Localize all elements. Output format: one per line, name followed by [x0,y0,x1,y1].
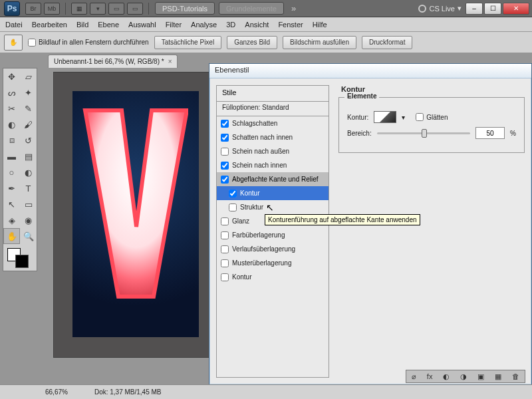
style-checkbox[interactable] [229,203,237,211]
3d-tool[interactable]: ◈ [3,212,20,228]
menu-bearbeiten[interactable]: Bearbeiten [32,21,67,29]
blending-options-row[interactable]: Fülloptionen: Standard [217,102,329,116]
panel-dock[interactable]: ⌀ fx ◐ ◑ ▣ ▦ 🗑 [406,370,525,383]
brush-tool[interactable]: 🖌 [20,116,37,132]
workspace-more-icon[interactable]: » [291,3,296,13]
style-row-3[interactable]: Schein nach innen [217,158,329,172]
style-checkbox[interactable] [221,134,229,142]
type-tool[interactable]: T [20,180,37,196]
blur-tool[interactable]: ○ [3,164,20,180]
menu-filter[interactable]: Filter [166,21,182,29]
style-row-5[interactable]: Kontur [217,186,329,200]
fill-screen-button[interactable]: Bildschirm ausfüllen [283,36,356,49]
path-tool[interactable]: ↖ [3,196,20,212]
zoom-readout[interactable]: 66,67% [45,388,68,396]
styles-header[interactable]: Stile [217,86,329,102]
style-checkbox[interactable] [221,231,229,239]
new-layer-icon[interactable]: ▦ [495,372,501,381]
zoom-dropdown[interactable]: ▾ [90,3,106,15]
window-maximize[interactable]: ☐ [484,3,501,15]
menu-auswahl[interactable]: Auswahl [128,21,156,29]
mask-icon[interactable]: ◐ [443,372,450,381]
style-checkbox[interactable] [221,148,229,156]
pen-tool[interactable]: ✒ [3,180,20,196]
wand-tool[interactable]: ✦ [20,84,37,100]
style-checkbox[interactable] [221,217,229,225]
close-tab-icon[interactable]: × [168,58,172,65]
style-row-2[interactable]: Schein nach außen [217,144,329,158]
workspace-grundelemente[interactable]: Grundelemente [219,2,284,15]
actual-pixels-button[interactable]: Tatsächliche Pixel [154,36,221,49]
style-row-11[interactable]: Kontur [217,270,329,284]
contour-picker[interactable] [374,111,396,123]
link-icon[interactable]: ⌀ [412,372,416,381]
fit-screen-button[interactable]: Ganzes Bild [227,36,277,49]
print-size-button[interactable]: Druckformat [362,36,412,49]
style-checkbox[interactable] [221,120,229,128]
style-row-10[interactable]: Musterüberlagerung [217,256,329,270]
hand-tool-icon[interactable]: ✋ [4,35,23,51]
crop-tool[interactable]: ✂ [3,100,20,116]
style-label: Verlaufsüberlagerung [232,245,295,253]
style-checkbox[interactable] [221,176,229,184]
menu-ansicht[interactable]: Ansicht [245,21,269,29]
arrange-icon[interactable]: ▭ [108,3,124,15]
style-checkbox[interactable] [221,259,229,267]
style-row-4[interactable]: Abgeflachte Kante und Relief [217,172,329,186]
style-checkbox[interactable] [229,190,237,198]
menu-datei[interactable]: Datei [5,21,23,29]
zoom-tool[interactable]: 🔍 [20,228,37,244]
style-row-8[interactable]: Farbüberlagerung [217,228,329,242]
style-checkbox[interactable] [221,273,229,281]
stamp-tool[interactable]: ⧈ [3,132,20,148]
marquee-tool[interactable]: ▱ [20,68,37,84]
minibridge-button[interactable]: Mb [44,3,60,15]
adjustment-icon[interactable]: ◑ [460,372,467,381]
app-icon[interactable]: Ps [4,1,20,16]
menu-analyse[interactable]: Analyse [191,21,217,29]
style-checkbox[interactable] [221,162,229,170]
contour-dropdown-icon[interactable]: ▾ [402,114,405,121]
trash-icon[interactable]: 🗑 [512,372,519,380]
style-row-6[interactable]: Struktur [217,200,329,214]
style-row-1[interactable]: Schatten nach innen [217,130,329,144]
workspace-psd-tutorials[interactable]: PSD-Tutorials [155,2,215,15]
heal-tool[interactable]: ◐ [3,116,20,132]
bridge-button[interactable]: Br [25,3,41,15]
style-row-9[interactable]: Verlaufsüberlagerung [217,242,329,256]
menu-ebene[interactable]: Ebene [98,21,119,29]
move-tool[interactable]: ✥ [3,68,20,84]
lasso-tool[interactable]: ᔕ [3,84,20,100]
bereich-slider[interactable] [377,132,470,134]
view-extras-icon[interactable]: ▦ [71,3,87,15]
shape-tool[interactable]: ▭ [20,196,37,212]
eraser-tool[interactable]: ▬ [3,148,20,164]
document-canvas[interactable] [53,72,217,358]
style-checkbox[interactable] [221,245,229,253]
window-minimize[interactable]: – [466,3,483,15]
window-close[interactable]: ✕ [503,3,529,15]
fx-icon[interactable]: fx [427,372,433,380]
menu-bild[interactable]: Bild [76,21,88,29]
bereich-input[interactable] [475,127,505,139]
doc-size-readout[interactable]: Dok: 1,37 MB/1,45 MB [94,388,162,396]
dialog-title[interactable]: Ebenenstil [209,64,531,78]
hand-tool[interactable]: ✋ [3,228,20,244]
camera-tool[interactable]: ◉ [20,212,37,228]
history-brush-tool[interactable]: ↺ [20,132,37,148]
menu-3d[interactable]: 3D [226,21,235,29]
menu-fenster[interactable]: Fenster [278,21,303,29]
dodge-tool[interactable]: ◐ [20,164,37,180]
gradient-tool[interactable]: ▤ [20,148,37,164]
style-row-0[interactable]: Schlagschatten [217,116,329,130]
document-tab[interactable]: Unbenannt-1 bei 66,7% (W, RGB/8) *× [48,55,178,68]
cs-live[interactable]: CS Live ▾ [418,4,466,13]
folder-icon[interactable]: ▣ [477,372,484,381]
color-swatches[interactable] [3,244,37,271]
menu-hilfe[interactable]: Hilfe [313,21,327,29]
glatten-checkbox[interactable]: Glätten [416,113,448,121]
screen-mode-icon[interactable]: ▭ [127,3,143,15]
scroll-all-windows-checkbox[interactable]: Bildlauf in allen Fenstern durchführen [28,39,149,47]
background-color[interactable] [15,255,29,268]
eyedropper-tool[interactable]: ✎ [20,100,37,116]
